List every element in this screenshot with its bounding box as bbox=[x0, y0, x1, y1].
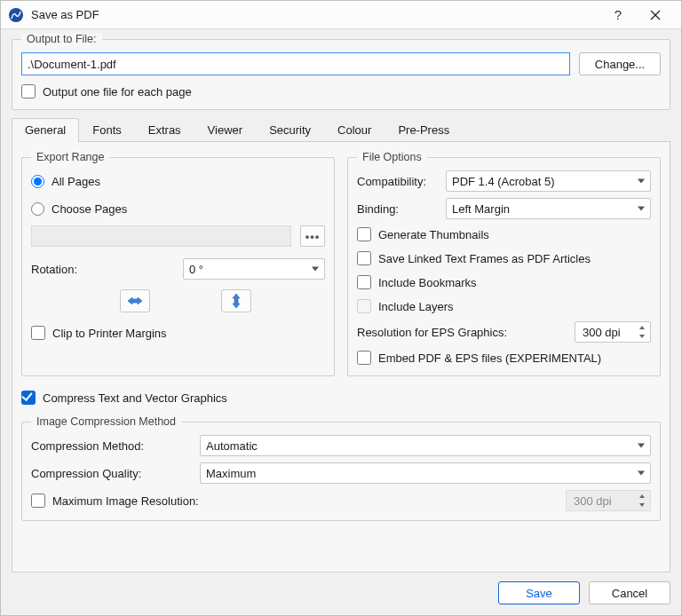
spin-down-button bbox=[636, 501, 648, 509]
mirror-vertical-button[interactable] bbox=[221, 289, 251, 312]
spin-up-button[interactable] bbox=[636, 323, 648, 332]
compatibility-label: Compatibility: bbox=[357, 175, 437, 188]
choose-pages-input bbox=[31, 225, 291, 247]
chevron-up-icon bbox=[639, 326, 645, 329]
file-options-legend: File Options bbox=[357, 151, 427, 163]
image-compression-group: Image Compression Method Compression Met… bbox=[21, 415, 661, 521]
output-to-file-group: Output to File: Change... Output one fil… bbox=[12, 33, 670, 110]
chevron-down-icon bbox=[638, 179, 645, 184]
generate-thumbnails-checkbox[interactable]: Generate Thumbnails bbox=[357, 225, 651, 243]
close-icon bbox=[650, 10, 661, 20]
rotation-select[interactable]: 0 ° bbox=[183, 258, 325, 280]
dialog-footer: Save Cancel bbox=[1, 578, 681, 615]
max-image-resolution-spinbox bbox=[566, 490, 651, 511]
include-layers-checkbox: Include Layers bbox=[357, 297, 651, 315]
chevron-down-icon bbox=[639, 503, 645, 507]
cancel-button[interactable]: Cancel bbox=[589, 581, 670, 604]
dialog-save-as-pdf: Save as PDF ? Output to File: Change... … bbox=[0, 0, 682, 616]
compression-method-label: Compression Method: bbox=[31, 439, 191, 453]
save-button[interactable]: Save bbox=[498, 581, 580, 604]
mirror-horizontal-button[interactable] bbox=[120, 289, 150, 312]
export-range-legend: Export Range bbox=[31, 151, 109, 163]
compression-method-select[interactable]: Automatic bbox=[200, 435, 651, 456]
close-button[interactable] bbox=[637, 3, 674, 28]
output-to-file-legend: Output to File: bbox=[21, 33, 102, 45]
output-per-page-checkbox[interactable]: Output one file for each page bbox=[21, 83, 661, 100]
max-image-resolution-checkbox[interactable]: Maximum Image Resolution: bbox=[31, 492, 199, 509]
compatibility-select[interactable]: PDF 1.4 (Acrobat 5) bbox=[446, 170, 651, 192]
change-button[interactable]: Change... bbox=[579, 52, 661, 75]
rotation-label: Rotation: bbox=[31, 263, 107, 276]
tab-colour[interactable]: Colour bbox=[324, 118, 385, 142]
compression-quality-label: Compression Quality: bbox=[31, 467, 191, 480]
spin-up-button bbox=[636, 492, 648, 501]
window-title: Save as PDF bbox=[31, 8, 599, 21]
app-icon bbox=[8, 7, 24, 23]
compression-quality-select[interactable]: Maximum bbox=[200, 462, 651, 484]
tab-extras[interactable]: Extras bbox=[135, 118, 194, 142]
radio-choose-pages[interactable]: Choose Pages bbox=[31, 198, 325, 219]
chevron-down-icon bbox=[638, 471, 645, 476]
tab-fonts[interactable]: Fonts bbox=[79, 118, 135, 142]
embed-pdf-eps-checkbox[interactable]: Embed PDF & EPS files (EXPERIMENTAL) bbox=[357, 349, 651, 367]
mirror-horizontal-icon bbox=[126, 295, 144, 307]
tab-general[interactable]: General bbox=[12, 118, 79, 142]
chevron-down-icon bbox=[312, 267, 319, 272]
save-linked-frames-checkbox[interactable]: Save Linked Text Frames as PDF Articles bbox=[357, 249, 651, 267]
eps-resolution-label: Resolution for EPS Graphics: bbox=[357, 326, 566, 339]
chevron-down-icon bbox=[638, 207, 645, 211]
chevron-up-icon bbox=[639, 494, 645, 498]
tabpanel-general: Export Range All Pages Choose Pages bbox=[12, 142, 670, 573]
tab-bar: General Fonts Extras Viewer Security Col… bbox=[12, 117, 670, 142]
radio-all-pages[interactable]: All Pages bbox=[31, 170, 325, 192]
binding-select[interactable]: Left Margin bbox=[446, 198, 651, 219]
output-path-input[interactable] bbox=[21, 52, 570, 75]
tab-viewer[interactable]: Viewer bbox=[194, 118, 257, 142]
compress-text-vector-checkbox[interactable]: Compress Text and Vector Graphics bbox=[21, 389, 661, 407]
chevron-down-icon bbox=[638, 444, 645, 448]
tab-pre-press[interactable]: Pre-Press bbox=[385, 118, 463, 142]
file-options-group: File Options Compatibility: PDF 1.4 (Acr… bbox=[347, 151, 661, 376]
spin-down-button[interactable] bbox=[636, 332, 648, 341]
help-button[interactable]: ? bbox=[599, 3, 637, 28]
export-range-group: Export Range All Pages Choose Pages bbox=[21, 151, 335, 376]
titlebar: Save as PDF ? bbox=[1, 1, 681, 29]
ellipsis-icon: ••• bbox=[305, 230, 321, 243]
tab-security[interactable]: Security bbox=[256, 118, 324, 142]
mirror-vertical-icon bbox=[230, 292, 242, 310]
include-bookmarks-checkbox[interactable]: Include Bookmarks bbox=[357, 273, 651, 291]
image-compression-legend: Image Compression Method bbox=[31, 415, 181, 428]
eps-resolution-spinbox[interactable] bbox=[575, 321, 651, 343]
chevron-down-icon bbox=[639, 335, 645, 338]
choose-pages-browse-button[interactable]: ••• bbox=[300, 225, 325, 247]
binding-label: Binding: bbox=[357, 202, 437, 216]
clip-to-printer-margins-checkbox[interactable]: Clip to Printer Margins bbox=[31, 324, 325, 342]
